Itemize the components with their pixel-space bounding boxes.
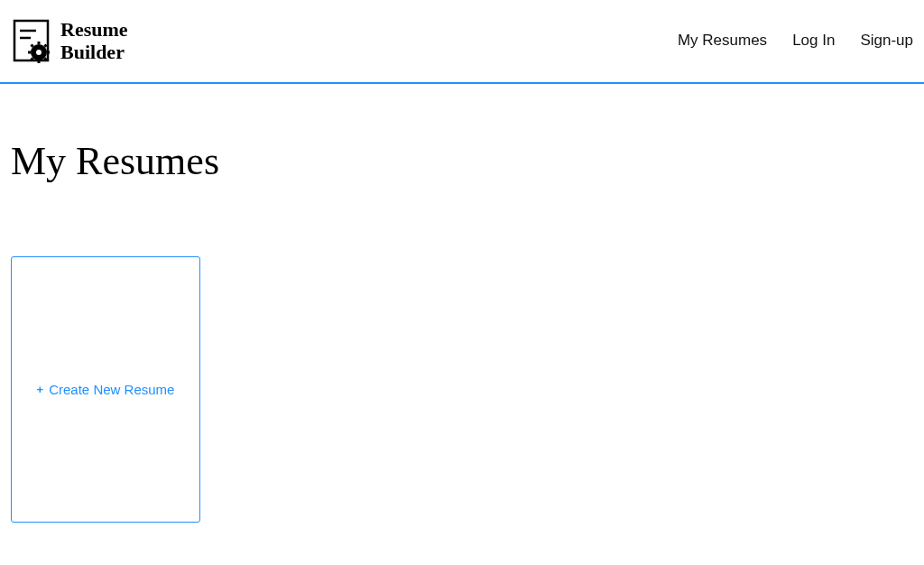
create-resume-card[interactable]: + Create New Resume: [11, 256, 200, 523]
nav-log-in[interactable]: Log In: [792, 32, 835, 50]
main-content: My Resumes + Create New Resume: [0, 138, 924, 523]
nav-sign-up[interactable]: Sign-up: [860, 32, 913, 50]
svg-line-11: [44, 59, 46, 60]
main-nav: My Resumes Log In Sign-up: [678, 32, 913, 50]
page-title: My Resumes: [11, 138, 913, 184]
plus-icon: +: [37, 383, 44, 396]
svg-line-9: [44, 45, 46, 47]
header: Resume Builder My Resumes Log In Sign-up: [0, 0, 924, 84]
svg-point-12: [36, 50, 42, 55]
document-gear-icon: [11, 18, 51, 63]
create-new-label-container: + Create New Resume: [37, 382, 175, 397]
logo-text: Resume Builder: [60, 18, 128, 64]
nav-my-resumes[interactable]: My Resumes: [678, 32, 767, 50]
create-new-label: Create New Resume: [49, 382, 174, 397]
logo-text-line2: Builder: [60, 41, 128, 63]
logo[interactable]: Resume Builder: [11, 18, 128, 64]
logo-text-line1: Resume: [60, 18, 128, 41]
svg-line-10: [32, 59, 33, 60]
svg-line-8: [32, 45, 33, 47]
